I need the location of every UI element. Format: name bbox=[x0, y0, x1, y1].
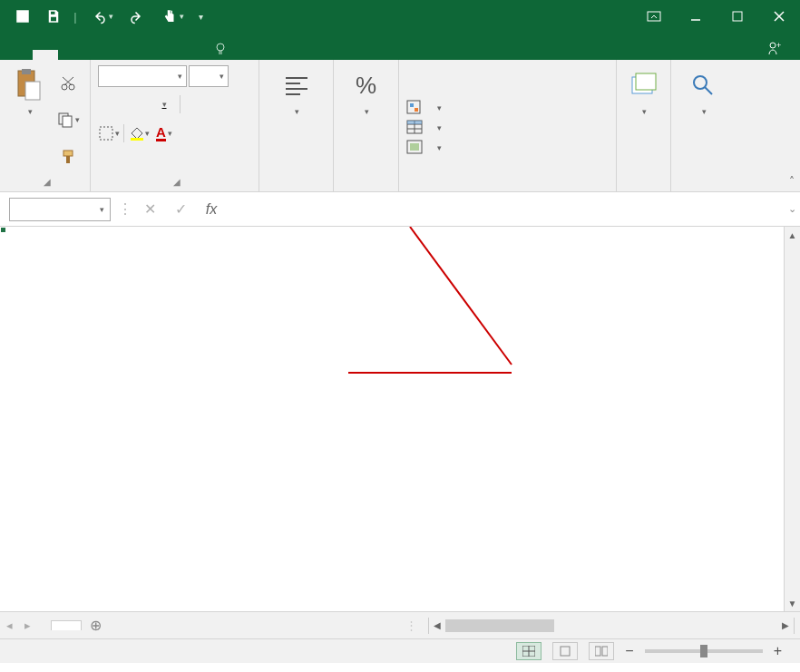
svg-rect-50 bbox=[595, 647, 600, 656]
percent-icon: % bbox=[356, 72, 376, 100]
collapse-ribbon-button[interactable]: ˄ bbox=[789, 175, 795, 188]
scroll-track[interactable] bbox=[445, 618, 777, 634]
undo-button[interactable]: ▾ bbox=[82, 0, 122, 33]
share-button[interactable]: + bbox=[755, 35, 800, 60]
tab-formulas[interactable] bbox=[109, 50, 134, 60]
cell-styles-button[interactable]: ▾ bbox=[406, 140, 442, 156]
scroll-down-button[interactable]: ▼ bbox=[785, 595, 800, 611]
excel-app-icon[interactable] bbox=[7, 0, 38, 33]
maximize-button[interactable] bbox=[717, 0, 758, 33]
cells-button[interactable]: ▾ bbox=[624, 65, 663, 172]
number-button[interactable]: % ▾ bbox=[341, 65, 391, 172]
ribbon: ▾ ▾ ◢ ▾ ▾ ▾ ▾ bbox=[0, 60, 800, 192]
grow-font-button[interactable] bbox=[186, 93, 208, 116]
scroll-left-button[interactable]: ◀ bbox=[429, 620, 445, 630]
bold-button[interactable] bbox=[98, 93, 120, 116]
conditional-formatting-button[interactable]: ▾ bbox=[406, 100, 442, 116]
table-icon bbox=[406, 120, 424, 136]
zoom-slider[interactable] bbox=[645, 649, 763, 653]
alignment-icon bbox=[282, 71, 311, 100]
view-normal-button[interactable] bbox=[516, 642, 541, 660]
check-icon: ✓ bbox=[175, 200, 187, 218]
svg-rect-32 bbox=[415, 108, 418, 112]
copy-button[interactable]: ▾ bbox=[56, 109, 80, 131]
formula-input[interactable] bbox=[227, 198, 784, 221]
page-icon bbox=[559, 646, 571, 657]
tab-page-layout[interactable] bbox=[83, 50, 109, 60]
tab-review[interactable] bbox=[160, 50, 185, 60]
ribbon-display-options-button[interactable] bbox=[633, 0, 675, 33]
tab-home[interactable] bbox=[33, 50, 58, 60]
ribbon-options-icon bbox=[647, 11, 661, 22]
zoom-out-button[interactable]: − bbox=[625, 643, 633, 659]
format-as-table-button[interactable]: ▾ bbox=[406, 120, 442, 136]
close-button[interactable] bbox=[758, 0, 800, 33]
name-box[interactable]: ▾ bbox=[9, 198, 111, 221]
qat-separator: | bbox=[69, 10, 82, 24]
scroll-right-button[interactable]: ▶ bbox=[777, 620, 794, 630]
format-painter-button[interactable] bbox=[56, 146, 80, 168]
shrink-font-button[interactable] bbox=[213, 93, 235, 116]
dropdown-arrow-icon: ▾ bbox=[28, 107, 33, 116]
close-icon bbox=[774, 11, 785, 22]
horizontal-scrollbar[interactable]: ◀ ▶ bbox=[428, 618, 795, 634]
font-dialog-launcher[interactable]: ◢ bbox=[173, 177, 180, 187]
scissors-icon bbox=[60, 75, 76, 92]
redo-button[interactable] bbox=[122, 0, 152, 33]
excel-icon bbox=[15, 8, 31, 24]
undo-icon bbox=[91, 8, 107, 24]
sheet-tab-active[interactable] bbox=[51, 620, 82, 630]
fill-handle[interactable] bbox=[0, 227, 6, 233]
zoom-in-button[interactable]: + bbox=[774, 643, 782, 659]
enter-formula-button[interactable]: ✓ bbox=[165, 198, 196, 221]
font-size-combo[interactable]: ▾ bbox=[189, 65, 229, 87]
dropdown-arrow-icon: ▾ bbox=[437, 123, 442, 132]
find-icon bbox=[690, 73, 716, 98]
svg-line-45 bbox=[410, 227, 512, 365]
tell-me-search[interactable] bbox=[210, 37, 234, 60]
dropdown-arrow-icon: ▾ bbox=[199, 12, 203, 22]
tab-file[interactable] bbox=[7, 50, 33, 60]
page-break-icon bbox=[595, 646, 608, 657]
fill-color-button[interactable]: ▾ bbox=[128, 122, 150, 145]
sheet-nav-next[interactable]: ▸ bbox=[18, 618, 36, 632]
view-page-break-button[interactable] bbox=[589, 642, 614, 660]
minimize-button[interactable] bbox=[675, 0, 717, 33]
vertical-scrollbar[interactable]: ▲ ▼ bbox=[784, 227, 800, 611]
cancel-formula-button[interactable]: ✕ bbox=[134, 198, 165, 221]
tab-view[interactable] bbox=[185, 50, 210, 60]
svg-rect-23 bbox=[66, 156, 70, 163]
paste-icon bbox=[15, 69, 44, 102]
tab-data[interactable] bbox=[134, 50, 160, 60]
view-page-layout-button[interactable] bbox=[552, 642, 578, 660]
bucket-icon bbox=[129, 126, 143, 141]
cut-button[interactable] bbox=[56, 73, 80, 94]
tab-splitter[interactable]: ⋮ bbox=[400, 618, 423, 632]
sign-in-button[interactable] bbox=[733, 50, 755, 60]
new-sheet-button[interactable]: ⊕ bbox=[82, 617, 109, 634]
font-name-combo[interactable]: ▾ bbox=[98, 65, 187, 87]
zoom-knob[interactable] bbox=[700, 645, 707, 657]
font-color-button[interactable]: A▾ bbox=[153, 122, 175, 145]
dropdown-arrow-icon: ▾ bbox=[642, 107, 647, 116]
paste-button[interactable]: ▾ bbox=[7, 65, 51, 175]
tab-insert[interactable] bbox=[58, 50, 83, 60]
svg-rect-49 bbox=[561, 647, 570, 656]
insert-function-button[interactable]: fx bbox=[196, 198, 227, 221]
editing-button[interactable]: ▾ bbox=[678, 65, 727, 172]
alignment-button[interactable]: ▾ bbox=[267, 65, 326, 172]
clipboard-dialog-launcher[interactable]: ◢ bbox=[44, 177, 51, 187]
expand-formula-bar-button[interactable]: ⌄ bbox=[784, 203, 800, 215]
sheet-nav-prev[interactable]: ◂ bbox=[0, 618, 18, 632]
group-styles: ▾ ▾ ▾ bbox=[399, 60, 617, 191]
save-button[interactable] bbox=[38, 0, 69, 33]
dropdown-arrow-icon: ▾ bbox=[180, 12, 184, 21]
borders-button[interactable]: ▾ bbox=[98, 122, 120, 145]
underline-button[interactable]: ▾ bbox=[152, 93, 174, 116]
touch-mode-button[interactable]: ▾ bbox=[152, 0, 192, 33]
italic-button[interactable] bbox=[125, 93, 147, 116]
scroll-up-button[interactable]: ▲ bbox=[785, 227, 800, 243]
scroll-thumb[interactable] bbox=[445, 619, 554, 632]
cells-icon bbox=[630, 72, 658, 99]
customize-qat-button[interactable]: ▾ bbox=[192, 0, 209, 33]
